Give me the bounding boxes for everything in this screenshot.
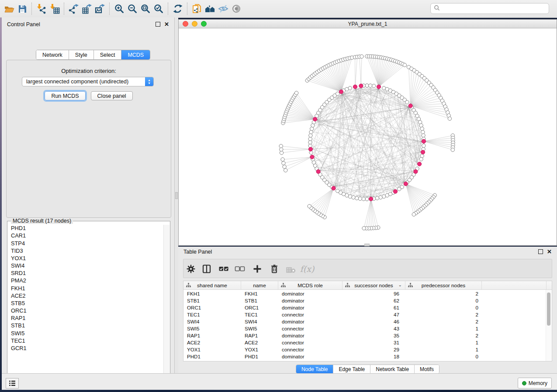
column-header-MCDS-role[interactable]: MCDS role <box>278 281 343 289</box>
table-row[interactable]: ACE2ACE2connector311 <box>183 339 552 346</box>
column-header-predecessor-nodes[interactable]: predecessor nodes <box>405 281 482 289</box>
list-item[interactable]: STB5 <box>8 300 162 307</box>
node-table: shared name name MCDS role successor nod… <box>183 281 552 361</box>
table-row[interactable]: RAP1RAP1dominator352 <box>183 332 552 339</box>
column-header-shared-name[interactable]: shared name <box>183 281 241 289</box>
mcds-list-scrollbar[interactable] <box>163 225 170 381</box>
list-item[interactable]: STP4 <box>8 240 162 247</box>
table-toolbar: f(x) <box>183 259 552 278</box>
apply-layout-icon[interactable] <box>171 2 184 15</box>
memory-button[interactable]: Memory <box>518 378 552 389</box>
table-row[interactable]: SWI5SWI5connector431 <box>183 325 552 332</box>
window-close-icon[interactable] <box>183 21 188 27</box>
mcds-result-box: MCDS result (17 nodes) PHD1CAR1STP4TID3Y… <box>7 221 170 384</box>
table-settings-icon[interactable] <box>186 264 196 274</box>
optimization-criterion-dropdown[interactable]: largest connected component (undirected)… <box>22 77 154 86</box>
mcds-panel: Optimization criterion: largest connecte… <box>6 60 171 218</box>
column-header-name[interactable]: name <box>241 281 278 289</box>
status-bar: Memory <box>2 373 557 390</box>
run-mcds-button[interactable]: Run MCDS <box>45 91 85 100</box>
dropdown-value: largest connected component (undirected) <box>22 79 145 85</box>
delete-column-icon[interactable] <box>269 264 280 274</box>
close-panel-button[interactable]: Close panel <box>91 91 133 100</box>
close-table-panel-icon[interactable]: ✕ <box>547 250 552 254</box>
column-header-filler[interactable] <box>482 281 547 289</box>
table-row[interactable]: FKH1FKH1dominator962 <box>183 290 552 297</box>
table-row[interactable]: STB1STB1dominator620 <box>183 297 552 304</box>
list-item[interactable]: SWI4 <box>8 262 162 270</box>
table-scrollbar-thumb[interactable] <box>547 292 550 326</box>
list-item[interactable]: ORC1 <box>8 307 162 315</box>
table-panel: Table Panel ✕ f(x) shared name name MCDS… <box>178 247 557 373</box>
vertical-splitter[interactable] <box>175 17 178 373</box>
tab-network[interactable]: Network <box>36 50 69 59</box>
tab-select[interactable]: Select <box>94 50 122 59</box>
show-graphics-icon[interactable] <box>230 2 243 15</box>
add-column-icon[interactable] <box>252 264 263 274</box>
splitter-grip[interactable] <box>175 192 178 199</box>
control-panel: Control Panel ✕ NetworkStyleSelectMCDS O… <box>2 17 175 373</box>
import-network-icon[interactable] <box>35 2 48 15</box>
tab-mcds[interactable]: MCDS <box>121 50 150 59</box>
zoom-fit-icon[interactable] <box>139 2 152 15</box>
list-item[interactable]: STB1 <box>8 322 162 330</box>
column-type-icon <box>186 283 191 289</box>
list-item[interactable]: ACE2 <box>8 292 162 300</box>
list-item[interactable]: PMA2 <box>8 277 162 285</box>
window-minimize-icon[interactable] <box>192 21 197 27</box>
table-row[interactable]: TEC1TEC1connector472 <box>183 311 552 318</box>
list-item[interactable]: TID3 <box>8 248 162 255</box>
list-item[interactable]: TEC1 <box>8 337 162 345</box>
table-row[interactable]: SWI4SWI4dominator462 <box>183 318 552 325</box>
list-item[interactable]: SWI5 <box>8 330 162 337</box>
search-field[interactable] <box>430 3 549 14</box>
mcds-result-list[interactable]: PHD1CAR1STP4TID3YOX1SWI4SRD1PMA2FKH1ACE2… <box>8 225 162 381</box>
table-row[interactable]: ORC1ORC1dominator610 <box>183 304 552 311</box>
tab-edge-table[interactable]: Edge Table <box>333 365 370 373</box>
search-input[interactable] <box>442 5 549 12</box>
open-session-icon[interactable] <box>3 2 16 15</box>
list-item[interactable]: FKH1 <box>8 285 162 292</box>
column-panel-icon[interactable] <box>201 264 212 274</box>
toolbar-separator <box>168 3 169 15</box>
network-window-titlebar[interactable]: YPA_prune.txt_1 <box>179 20 557 28</box>
memory-label: Memory <box>529 380 547 386</box>
list-item[interactable]: PHD1 <box>8 225 162 232</box>
control-panel-tabs: NetworkStyleSelectMCDS <box>36 50 150 60</box>
tab-network-table[interactable]: Network Table <box>370 365 415 373</box>
table-row[interactable]: YOX1YOX1connector291 <box>183 346 552 353</box>
share-document-icon[interactable] <box>190 2 204 15</box>
zoom-out-icon[interactable] <box>126 2 139 15</box>
toolbar-separator <box>187 3 188 15</box>
tab-node-table[interactable]: Node Table <box>296 365 334 373</box>
tab-style[interactable]: Style <box>69 50 94 59</box>
table-header-row: shared name name MCDS role successor nod… <box>183 281 552 290</box>
close-panel-icon[interactable]: ✕ <box>164 22 169 26</box>
table-row[interactable]: PHD1PHD1dominator180 <box>183 353 552 360</box>
tab-motifs[interactable]: Motifs <box>415 365 439 373</box>
network-overview-icon[interactable] <box>204 2 217 15</box>
list-item[interactable]: CAR1 <box>8 232 162 240</box>
column-header-successor-nodes[interactable]: successor nodes ⌄ <box>343 281 405 289</box>
network-canvas[interactable] <box>179 28 557 245</box>
export-image-icon[interactable] <box>93 2 107 15</box>
horizontal-splitter-grip[interactable] <box>364 244 370 246</box>
list-item[interactable]: YOX1 <box>8 255 162 262</box>
task-history-button[interactable] <box>6 378 19 389</box>
zoom-selected-icon[interactable] <box>152 2 165 15</box>
list-item[interactable]: SRD1 <box>8 270 162 277</box>
import-table-icon[interactable] <box>48 2 61 15</box>
table-scrollbar[interactable] <box>546 290 551 361</box>
list-item[interactable]: RAP1 <box>8 315 162 322</box>
list-item[interactable]: GCR1 <box>8 345 162 352</box>
save-session-icon[interactable] <box>16 2 29 15</box>
zoom-in-icon[interactable] <box>113 2 126 15</box>
export-network-icon[interactable] <box>67 2 80 15</box>
window-maximize-icon[interactable] <box>201 21 207 27</box>
float-table-panel-icon[interactable] <box>538 249 543 254</box>
select-all-icon[interactable] <box>218 264 229 274</box>
export-table-icon[interactable] <box>80 2 93 15</box>
deselect-all-icon[interactable] <box>235 264 245 274</box>
hide-graphics-icon[interactable] <box>217 2 230 15</box>
float-panel-icon[interactable] <box>156 22 160 27</box>
